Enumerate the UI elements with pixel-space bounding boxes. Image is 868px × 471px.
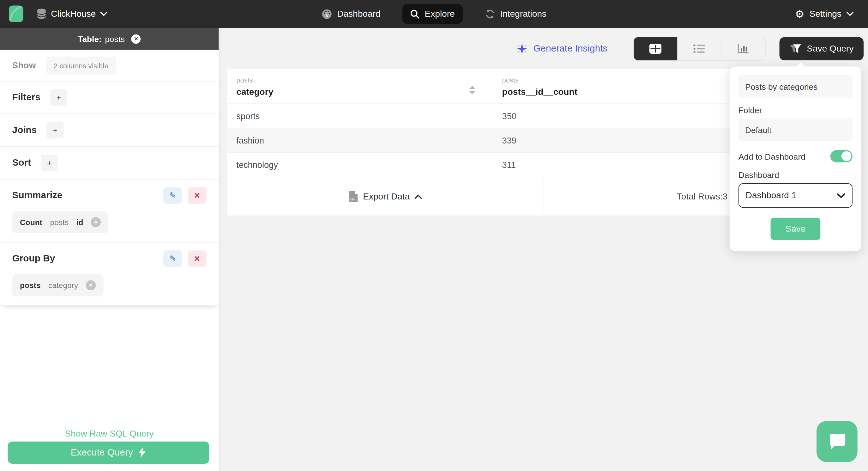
section-show: Show 2 columns visible <box>0 50 219 82</box>
section-filters: Filters + <box>0 82 219 114</box>
sort-label: Sort <box>12 157 31 169</box>
add-filter-button[interactable]: + <box>51 89 67 106</box>
execute-query-button[interactable]: Execute Query <box>8 442 210 464</box>
total-rows-label: Total Rows:3 <box>677 192 728 202</box>
export-data-label: Export Data <box>363 192 410 202</box>
sync-icon <box>485 8 495 19</box>
add-to-dashboard-toggle[interactable] <box>830 150 852 163</box>
column-header-category: posts category <box>227 69 493 104</box>
save-query-label: Save Query <box>807 43 854 54</box>
dashboard-select[interactable]: Dashboard 1 <box>739 183 852 208</box>
brand-label: ClickHouse <box>51 9 96 19</box>
add-to-dashboard-label: Add to Dashboard <box>739 151 805 161</box>
tab-dashboard[interactable]: Dashboard <box>314 3 388 24</box>
table-cell-category: sports <box>227 111 493 121</box>
chip-column: category <box>48 281 78 290</box>
pencil-icon: ✎ <box>169 190 176 201</box>
remove-summarize-chip-button[interactable]: ✕ <box>91 217 101 227</box>
dashboard-label: Dashboard <box>739 170 852 180</box>
show-label: Show <box>12 60 36 70</box>
csv-file-icon: csv <box>349 190 358 202</box>
chip-column: id <box>76 218 83 227</box>
remove-table-button[interactable]: ✕ <box>131 34 141 43</box>
generate-insights-label: Generate Insights <box>533 43 608 54</box>
close-icon: ✕ <box>194 191 200 200</box>
popover-arrow <box>795 62 805 67</box>
column-name: category <box>236 87 492 97</box>
show-raw-sql-link[interactable]: Show Raw SQL Query <box>0 429 219 439</box>
dashboard-select-value: Dashboard 1 <box>746 190 797 201</box>
gauge-icon <box>321 8 332 19</box>
delete-summarize-button[interactable]: ✕ <box>188 187 207 204</box>
logo-curve <box>9 6 23 23</box>
list-view-icon <box>693 43 705 54</box>
table-name: posts <box>105 34 125 43</box>
add-sort-button[interactable]: + <box>41 154 58 171</box>
tab-explore-label: Explore <box>425 9 455 19</box>
nav-tabs: Dashboard Explore Integrations <box>314 0 554 28</box>
lightning-icon <box>138 448 146 458</box>
export-data-button[interactable]: csv Export Data <box>227 177 544 215</box>
view-table-button[interactable] <box>633 37 677 60</box>
results-toolbar: Generate Insights <box>516 37 864 61</box>
table-cell-category: fashion <box>227 135 493 145</box>
edit-group-by-button[interactable]: ✎ <box>163 251 182 267</box>
section-group-by: Group By ✎ ✕ posts category ✕ <box>0 243 219 306</box>
add-join-button[interactable]: + <box>47 122 63 139</box>
delete-group-by-button[interactable]: ✕ <box>188 251 207 267</box>
chevron-up-icon <box>415 194 422 199</box>
columns-visible-chip[interactable]: 2 columns visible <box>46 56 116 75</box>
section-summarize: Summarize ✎ ✕ Count posts id ✕ <box>0 180 219 243</box>
pencil-icon: ✎ <box>169 254 176 264</box>
chat-widget-button[interactable] <box>816 421 858 462</box>
sparkle-icon <box>516 43 528 55</box>
chip-table: posts <box>20 281 40 290</box>
bar-chart-icon <box>737 43 749 54</box>
search-icon <box>410 9 420 19</box>
tab-dashboard-label: Dashboard <box>337 9 380 19</box>
close-icon: ✕ <box>194 254 200 263</box>
remove-group-by-chip-button[interactable]: ✕ <box>86 281 96 291</box>
app-logo[interactable] <box>9 6 23 23</box>
settings-menu[interactable]: ⚙ Settings <box>795 8 859 19</box>
tab-explore[interactable]: Explore <box>402 4 462 24</box>
tab-integrations-label: Integrations <box>500 9 547 19</box>
joins-label: Joins <box>12 124 37 136</box>
sort-toggle-icon[interactable] <box>469 86 475 94</box>
save-query-popover: Folder Add to Dashboard Dashboard Dashbo… <box>730 66 861 251</box>
gear-icon: ⚙ <box>795 8 805 19</box>
summarize-chip: Count posts id ✕ <box>12 211 109 233</box>
chevron-down-icon <box>837 193 845 198</box>
execute-query-label: Execute Query <box>71 447 133 458</box>
filter-funnel-icon <box>789 43 801 54</box>
database-selector[interactable]: ClickHouse <box>37 8 107 19</box>
table-cell-category: technology <box>227 160 493 170</box>
generate-insights-button[interactable]: Generate Insights <box>516 43 608 55</box>
table-header-bar: Table: posts ✕ <box>0 28 219 50</box>
group-by-chip: posts category ✕ <box>12 274 103 296</box>
section-joins: Joins + <box>0 114 219 147</box>
filters-label: Filters <box>12 92 40 103</box>
top-navbar: ClickHouse Dashboard Explor <box>0 0 868 28</box>
section-sort: Sort + <box>0 147 219 179</box>
edit-summarize-button[interactable]: ✎ <box>163 187 182 204</box>
query-builder-sidebar: Table: posts ✕ Show 2 columns visible Fi… <box>0 28 219 471</box>
tab-integrations[interactable]: Integrations <box>477 3 554 24</box>
svg-text:csv: csv <box>350 197 355 201</box>
table-view-icon <box>649 43 661 54</box>
chip-aggregation: Count <box>20 218 42 227</box>
folder-label: Folder <box>739 105 852 115</box>
view-list-button[interactable] <box>677 37 721 60</box>
folder-input[interactable] <box>739 119 852 141</box>
popover-save-button[interactable]: Save <box>771 218 820 240</box>
database-icon <box>37 8 47 19</box>
view-chart-button[interactable] <box>721 37 765 60</box>
group-by-label: Group By <box>12 253 55 264</box>
view-toggle-group <box>633 37 765 61</box>
summarize-label: Summarize <box>12 190 63 201</box>
query-name-input[interactable] <box>739 75 852 97</box>
settings-label: Settings <box>810 9 841 19</box>
save-query-button[interactable]: Save Query <box>779 37 864 60</box>
column-group: posts <box>236 77 492 84</box>
sidebar-sections: Show 2 columns visible Filters + Joins +… <box>0 50 219 306</box>
